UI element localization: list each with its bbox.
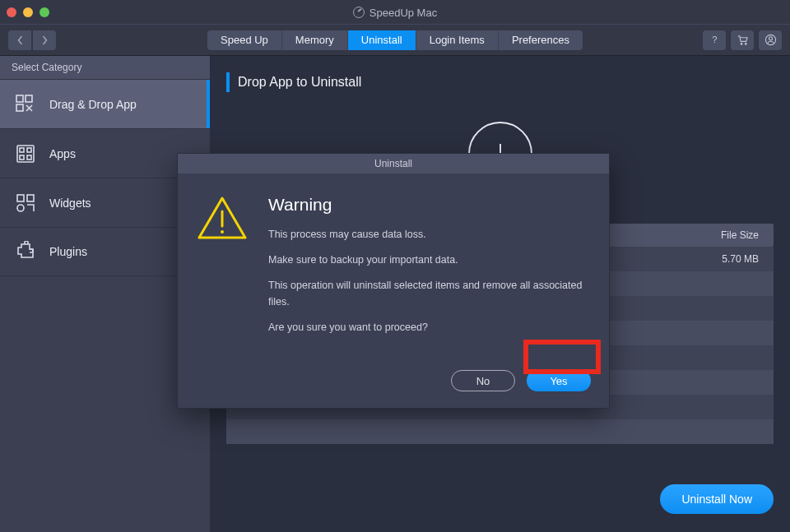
dialog-text-line: This process may cause data loss. [268,227,586,243]
svg-point-4 [769,37,772,40]
svg-rect-5 [16,95,23,102]
minimize-window-button[interactable] [23,7,33,17]
widgets-icon [15,192,36,214]
sidebar-item-label: Widgets [49,197,91,210]
sidebar-item-drag-drop[interactable]: Drag & Drop App [0,79,210,128]
tab-label: Preferences [512,34,569,46]
svg-point-2 [745,43,746,44]
sidebar-item-label: Drag & Drop App [49,98,137,111]
dialog-text-line: Are you sure you want to proceed? [268,320,586,335]
titlebar: SpeedUp Mac [0,0,790,25]
no-button[interactable]: No [451,370,515,391]
tab-label: Memory [295,34,334,46]
drag-drop-icon [15,94,36,115]
tab-uninstall[interactable]: Uninstall [347,30,416,50]
svg-point-15 [17,205,24,211]
plugins-icon [15,241,36,262]
maximize-window-button[interactable] [40,7,49,17]
dialog-title-label: Uninstall [374,158,412,169]
account-button[interactable] [759,30,782,50]
warning-icon [196,195,249,241]
svg-rect-10 [27,148,31,152]
sidebar-header-label: Select Category [12,62,81,73]
dialog-text-line: This operation will uninstall selected i… [268,278,586,310]
toolbar: Speed Up Memory Uninstall Login Items Pr… [0,25,790,56]
svg-rect-14 [27,195,34,201]
table-row[interactable] [226,419,774,444]
svg-rect-6 [26,95,32,102]
bottom-bar: Uninstall Now [226,478,774,520]
tab-label: Login Items [430,34,485,46]
window-title: SpeedUp Mac [369,7,437,19]
help-button[interactable]: ? [703,30,726,50]
svg-rect-11 [20,155,24,160]
svg-rect-7 [16,104,23,111]
dialog-heading: Warning [268,192,586,219]
svg-rect-9 [20,148,24,152]
apps-icon [15,143,36,164]
column-file-size: File Size [721,229,774,241]
svg-point-19 [221,230,224,234]
tab-speed-up[interactable]: Speed Up [207,30,281,50]
dialog-text-line: Make sure to backup your important data. [268,252,586,268]
yes-button[interactable]: Yes [527,370,591,391]
svg-point-1 [741,43,742,44]
app-icon [353,7,365,18]
close-window-button[interactable] [7,7,16,17]
svg-text:?: ? [712,35,717,44]
tab-label: Speed Up [221,34,268,46]
dialog-title-bar: Uninstall [178,154,609,173]
window-controls [7,7,49,17]
tab-login-items[interactable]: Login Items [416,30,498,50]
sidebar-item-label: Apps [49,147,76,160]
main-header: Drop App to Uninstall [226,72,774,92]
main-title: Drop App to Uninstall [238,75,361,90]
uninstall-now-button[interactable]: Uninstall Now [660,484,774,514]
yes-button-label: Yes [550,375,567,387]
no-button-label: No [476,375,490,387]
tab-memory[interactable]: Memory [281,30,347,50]
cell-file-size: 5.70 MB [722,253,774,265]
tab-label: Uninstall [361,34,402,46]
tab-preferences[interactable]: Preferences [498,30,583,50]
sidebar-item-label: Plugins [49,245,87,258]
cart-button[interactable] [731,30,754,50]
uninstall-now-label: Uninstall Now [681,493,752,506]
svg-rect-12 [27,155,31,160]
svg-rect-13 [17,195,24,201]
sidebar-header: Select Category [0,56,210,79]
warning-dialog: Uninstall Warning This process may cause… [177,153,610,409]
